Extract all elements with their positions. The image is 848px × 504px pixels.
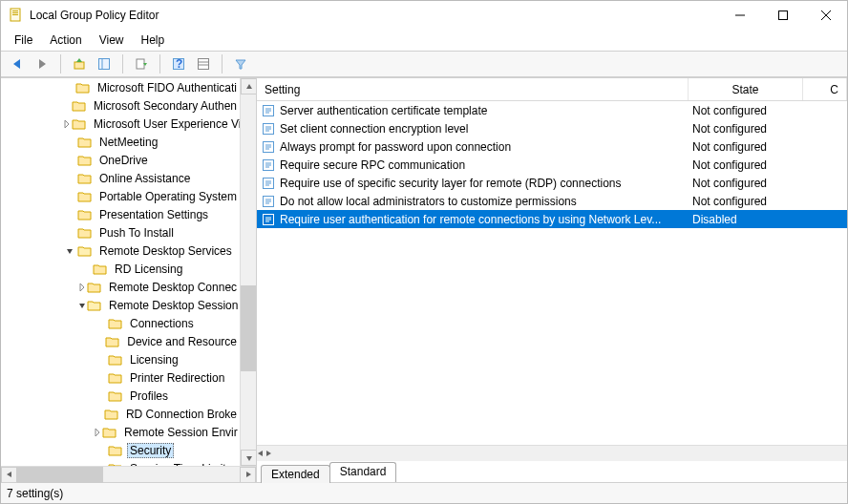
setting-row[interactable]: Require secure RPC communicationNot conf…	[257, 156, 847, 174]
tree-item-label: OneDrive	[96, 153, 151, 168]
scroll-right-icon[interactable]	[265, 450, 272, 457]
titlebar: Local Group Policy Editor	[1, 1, 847, 30]
folder-icon	[77, 207, 93, 222]
scroll-thumb[interactable]	[17, 467, 103, 483]
folder-icon	[108, 352, 123, 368]
folder-icon	[102, 425, 117, 440]
up-button[interactable]	[69, 53, 90, 74]
svg-marker-21	[236, 60, 245, 69]
setting-row[interactable]: Set client connection encryption levelNo…	[257, 119, 847, 137]
setting-row[interactable]: Do not allow local administrators to cus…	[257, 192, 847, 210]
tree-item-label: Presentation Settings	[96, 207, 211, 222]
scroll-up-icon[interactable]	[241, 78, 256, 94]
tree-item[interactable]: Online Assistance	[1, 169, 240, 187]
svg-rect-14	[137, 59, 144, 69]
tree-item-label: Device and Resource	[124, 334, 240, 349]
tree-item[interactable]: Microsoft Secondary Authen	[1, 96, 240, 115]
expander-icon[interactable]	[77, 301, 87, 310]
menu-action[interactable]: Action	[42, 32, 89, 49]
tree-item[interactable]: Remote Desktop Services	[1, 242, 240, 260]
svg-marker-59	[258, 451, 263, 456]
body: Microsoft FIDO AuthenticatiMicrosoft Sec…	[1, 77, 847, 482]
policy-icon	[261, 176, 276, 191]
filter-button[interactable]	[230, 53, 251, 74]
status-text: 7 setting(s)	[7, 487, 63, 500]
tree-hscroll[interactable]	[1, 466, 256, 482]
tree-item[interactable]: OneDrive	[1, 151, 240, 169]
tree-item[interactable]: Presentation Settings	[1, 205, 240, 223]
help-button[interactable]: ?	[168, 53, 189, 74]
maximize-button[interactable]	[761, 1, 804, 30]
scroll-left-icon[interactable]	[257, 450, 265, 457]
tree-item[interactable]: Profiles	[1, 387, 240, 405]
tree[interactable]: Microsoft FIDO AuthenticatiMicrosoft Sec…	[1, 78, 240, 466]
setting-row[interactable]: Server authentication certificate templa…	[257, 101, 847, 119]
tree-item[interactable]: Session Time Limits	[1, 459, 240, 466]
svg-rect-12	[99, 59, 110, 70]
svg-marker-22	[65, 120, 69, 128]
tree-item-label: Remote Session Envir	[121, 425, 240, 440]
tree-item[interactable]: Remote Session Envir	[1, 423, 240, 441]
setting-name: Server authentication certificate templa…	[280, 104, 692, 117]
scroll-down-icon[interactable]	[241, 450, 256, 466]
scroll-track[interactable]	[17, 467, 240, 483]
setting-row[interactable]: Require user authentication for remote c…	[257, 210, 847, 228]
back-button[interactable]	[7, 53, 28, 74]
minimize-button[interactable]	[718, 1, 761, 30]
col-setting[interactable]: Setting	[257, 78, 689, 100]
tree-item[interactable]: Security	[1, 441, 240, 459]
setting-name: Require secure RPC communication	[280, 158, 692, 172]
setting-list[interactable]: Server authentication certificate templa…	[257, 101, 847, 445]
tree-item[interactable]: Device and Resource	[1, 332, 240, 350]
tree-item[interactable]: Connections	[1, 314, 240, 332]
tree-item-label: Security	[127, 443, 174, 458]
folder-icon	[108, 443, 123, 458]
export-button[interactable]	[131, 53, 152, 74]
list-header: Setting State C	[257, 78, 847, 101]
folder-icon	[105, 334, 120, 349]
folder-icon	[77, 243, 93, 259]
svg-rect-1	[12, 10, 18, 11]
col-state[interactable]: State	[689, 78, 803, 100]
window-title: Local Group Policy Editor	[30, 9, 718, 22]
expander-icon[interactable]	[62, 119, 72, 129]
tree-item[interactable]: Portable Operating System	[1, 187, 240, 205]
show-hide-tree-button[interactable]	[94, 53, 115, 74]
tree-item[interactable]: NetMeeting	[1, 133, 240, 151]
close-button[interactable]	[804, 1, 847, 30]
properties-button[interactable]	[193, 53, 214, 74]
svg-marker-9	[39, 59, 46, 69]
tree-item[interactable]: RD Connection Broke	[1, 405, 240, 423]
tree-vscroll[interactable]	[240, 78, 256, 466]
menu-view[interactable]: View	[92, 32, 132, 49]
setting-row[interactable]: Require use of specific security layer f…	[257, 174, 847, 192]
scroll-left-icon[interactable]	[1, 467, 17, 483]
setting-row[interactable]: Always prompt for password upon connecti…	[257, 137, 847, 156]
svg-marker-29	[7, 472, 11, 477]
tree-item[interactable]: Remote Desktop Connec	[1, 278, 240, 296]
tab-standard[interactable]: Standard	[329, 462, 397, 482]
tree-item[interactable]: Licensing	[1, 350, 240, 368]
tree-item[interactable]: Microsoft FIDO Authenticati	[1, 78, 240, 96]
tree-item[interactable]: Push To Install	[1, 223, 240, 242]
tree-item-label: Session Time Limits	[127, 461, 235, 467]
tab-extended[interactable]: Extended	[261, 465, 330, 483]
expander-icon[interactable]	[93, 428, 102, 437]
scroll-track[interactable]	[241, 94, 256, 450]
menu-help[interactable]: Help	[134, 32, 173, 49]
tree-item[interactable]: Printer Redirection	[1, 368, 240, 387]
tree-item[interactable]: Remote Desktop Session	[1, 296, 240, 314]
scroll-thumb[interactable]	[241, 285, 256, 371]
scroll-right-icon[interactable]	[240, 467, 256, 483]
col-extra[interactable]: C	[803, 78, 847, 100]
expander-icon[interactable]	[62, 246, 77, 256]
expander-icon[interactable]	[77, 283, 87, 292]
folder-icon	[75, 80, 91, 95]
tree-item[interactable]: Microsoft User Experience Vi	[1, 115, 240, 133]
list-hscroll[interactable]	[257, 445, 847, 461]
menu-file[interactable]: File	[7, 32, 40, 49]
forward-button[interactable]	[32, 53, 53, 74]
folder-icon	[72, 116, 87, 132]
folder-icon	[93, 262, 108, 277]
tree-item[interactable]: RD Licensing	[1, 260, 240, 278]
